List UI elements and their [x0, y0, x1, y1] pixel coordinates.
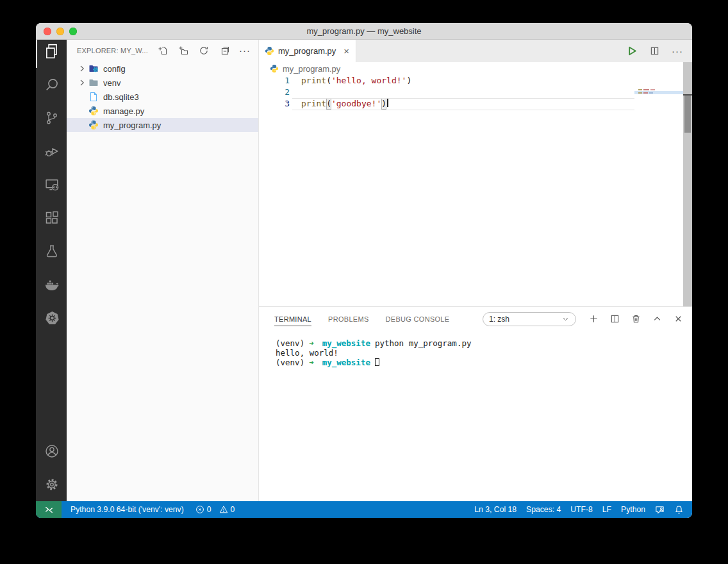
run-python-file-button[interactable]: [627, 46, 638, 56]
editor: my_program.py 1print('hello, world!') 2 …: [259, 62, 692, 306]
terminal-cursor: [375, 358, 379, 366]
tree-item-label: my_program.py: [103, 120, 161, 130]
code-line-1: 1print('hello, world!'): [259, 75, 692, 87]
split-terminal-button[interactable]: [610, 314, 620, 324]
extensions-icon: [44, 210, 60, 226]
prompt-arrow: ➜: [309, 338, 314, 348]
tree-item-db-sqlite3[interactable]: db.sqlite3: [67, 90, 258, 104]
tab-problems[interactable]: PROBLEMS: [328, 312, 369, 326]
remote-indicator[interactable]: [36, 501, 62, 518]
new-terminal-button[interactable]: [589, 314, 599, 324]
minimap[interactable]: [634, 88, 683, 126]
new-folder-button[interactable]: [178, 46, 188, 56]
editor-tab-bar: my_program.py × ···: [259, 40, 692, 62]
scrollbar-thumb[interactable]: [684, 95, 691, 133]
tree-item-label: config: [103, 64, 126, 74]
maximize-panel-button[interactable]: [652, 314, 662, 324]
kill-terminal-button[interactable]: [631, 314, 641, 324]
breadcrumb-file: my_program.py: [283, 64, 340, 74]
terminal-shell-select[interactable]: 1: zsh: [483, 312, 576, 326]
activity-bar-testing[interactable]: [36, 235, 67, 268]
code-line-3: 3print('goodbye!'): [259, 98, 692, 110]
kubernetes-icon: [44, 310, 60, 326]
close-panel-button[interactable]: [674, 314, 683, 324]
eol-status[interactable]: LF: [602, 505, 611, 514]
config-folder-icon: [88, 63, 99, 74]
refresh-icon: [199, 46, 209, 56]
tree-item-label: venv: [103, 78, 120, 88]
cursor-position-status[interactable]: Ln 3, Col 18: [474, 505, 517, 514]
editor-scrollbar[interactable]: [683, 62, 692, 306]
tree-item-venv[interactable]: venv: [67, 76, 258, 90]
editor-more-actions-button[interactable]: ···: [672, 48, 683, 54]
feedback-icon: [655, 505, 665, 515]
status-left: Python 3.9.0 64-bit ('venv': venv) 0 0: [62, 505, 235, 514]
collapse-all-icon: [219, 46, 229, 56]
activity-bar-run-debug[interactable]: [36, 135, 67, 168]
python-icon: [270, 64, 279, 73]
activity-bar-kubernetes[interactable]: [36, 301, 67, 335]
problems-status[interactable]: 0 0: [195, 505, 235, 514]
encoding-status[interactable]: UTF-8: [570, 505, 593, 514]
feedback-button[interactable]: [655, 505, 665, 515]
tree-item-my-program-py[interactable]: my_program.py: [67, 118, 258, 132]
chevron-right-icon: [77, 63, 88, 74]
terminal-line: hello, world!: [276, 348, 692, 358]
line-number-active: 3: [259, 98, 301, 110]
remote-explorer-icon: [44, 177, 60, 193]
activity-bar: [36, 40, 67, 501]
file-tree: config venv db.sqlite3 manage.py: [67, 62, 258, 132]
split-editor-icon: [650, 46, 659, 56]
python-icon: [265, 46, 274, 56]
editor-actions: ···: [627, 40, 692, 62]
notifications-button[interactable]: [674, 505, 684, 515]
panel-actions: [589, 314, 683, 324]
files-icon: [44, 43, 60, 60]
text-cursor: [387, 98, 388, 107]
python-interpreter-status[interactable]: Python 3.9.0 64-bit ('venv': venv): [70, 505, 184, 514]
python-icon: [88, 120, 99, 130]
split-editor-button[interactable]: [650, 46, 659, 56]
new-file-button[interactable]: [157, 46, 168, 56]
explorer-actions: ···: [157, 46, 251, 56]
activity-bar-remote-explorer[interactable]: [36, 168, 67, 201]
terminal-command: python my_program.py: [375, 338, 472, 348]
code-area[interactable]: 1print('hello, world!') 2 3print('goodby…: [259, 75, 692, 306]
tab-my-program-py[interactable]: my_program.py ×: [259, 40, 356, 62]
split-terminal-icon: [610, 314, 620, 324]
gear-icon: [44, 477, 60, 492]
explorer-title: EXPLORER: MY_W...: [77, 47, 157, 54]
python-icon: [88, 106, 99, 116]
activity-bar-docker[interactable]: [36, 268, 67, 301]
bell-icon: [674, 505, 684, 515]
trash-icon: [631, 314, 641, 324]
tab-terminal[interactable]: TERMINAL: [274, 312, 311, 326]
error-icon: [195, 505, 204, 514]
activity-bar-extensions[interactable]: [36, 201, 67, 235]
indentation-status[interactable]: Spaces: 4: [526, 505, 561, 514]
minimap-line-marker: [638, 92, 653, 94]
shell-select-value: 1: zsh: [489, 315, 509, 324]
new-folder-icon: [178, 46, 188, 56]
more-actions-button[interactable]: ···: [239, 47, 251, 54]
tree-item-config[interactable]: config: [67, 62, 258, 76]
tab-debug-console[interactable]: DEBUG CONSOLE: [386, 312, 450, 326]
prompt-directory: my_website: [322, 338, 370, 348]
refresh-button[interactable]: [198, 46, 209, 56]
activity-bar-account[interactable]: [36, 435, 67, 468]
account-icon: [44, 444, 60, 459]
tree-item-label: db.sqlite3: [103, 92, 139, 102]
vscode-window: my_program.py — my_website: [36, 23, 692, 518]
terminal-output[interactable]: (venv)➜my_websitepython my_program.py he…: [259, 331, 692, 367]
activity-bar-settings[interactable]: [36, 468, 67, 501]
close-tab-icon[interactable]: ×: [343, 46, 349, 56]
activity-bar-source-control[interactable]: [36, 101, 67, 135]
tree-item-manage-py[interactable]: manage.py: [67, 104, 258, 118]
activity-bar-search[interactable]: [36, 68, 67, 101]
collapse-folders-button[interactable]: [219, 46, 229, 56]
folder-icon: [88, 78, 99, 88]
git-branch-icon: [44, 110, 60, 126]
language-mode-status[interactable]: Python: [621, 505, 645, 514]
breadcrumb[interactable]: my_program.py: [259, 62, 692, 75]
sidebar-explorer: EXPLORER: MY_W... ··· config: [67, 40, 259, 501]
